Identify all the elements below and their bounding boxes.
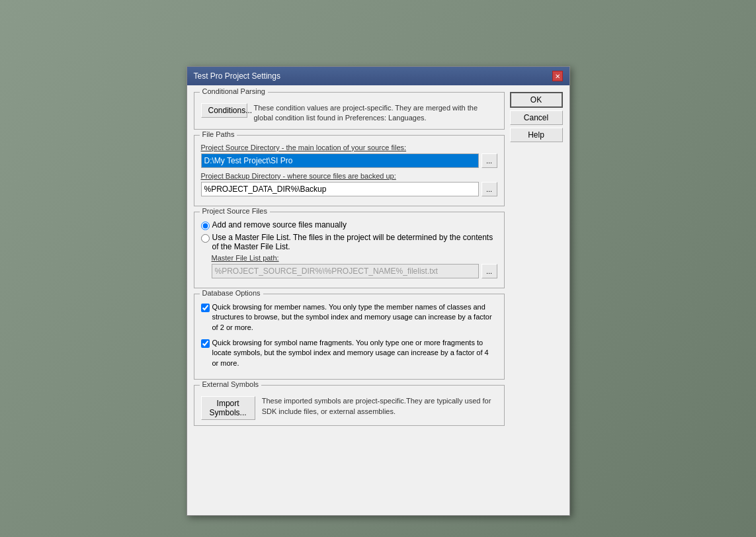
conditional-parsing-section: Conditional Parsing Conditions... These … <box>194 92 505 130</box>
checkbox1-row: Quick browsing for member names. You onl… <box>201 302 497 333</box>
dialog-overlay: Test Pro Project Settings ✕ Conditional … <box>0 0 756 537</box>
radio-masterfile[interactable] <box>201 234 210 243</box>
file-paths-section: File Paths Project Source Directory - th… <box>194 135 505 206</box>
help-button[interactable]: Help <box>510 128 563 142</box>
database-options-label: Database Options <box>200 289 263 297</box>
dialog-main-content: Conditional Parsing Conditions... These … <box>194 92 505 426</box>
master-file-group: Master File List path: ... <box>212 254 497 278</box>
dialog-sidebar: OK Cancel Help <box>510 92 563 426</box>
file-paths-label: File Paths <box>200 130 237 138</box>
backup-dir-label: Project Backup Directory - where source … <box>201 172 497 180</box>
checkbox2-label: Quick browsing for symbol name fragments… <box>212 338 497 368</box>
project-settings-dialog: Test Pro Project Settings ✕ Conditional … <box>187 66 570 516</box>
source-dir-label: Project Source Directory - the main loca… <box>201 144 497 151</box>
external-symbols-info: These imported symbols are project-speci… <box>262 396 497 417</box>
checkbox2-row: Quick browsing for symbol name fragments… <box>201 338 497 368</box>
source-dir-input[interactable] <box>201 153 479 168</box>
master-file-input <box>212 264 479 278</box>
master-file-row: ... <box>212 264 497 278</box>
project-source-files-label: Project Source Files <box>200 207 270 215</box>
cancel-button[interactable]: Cancel <box>510 110 563 125</box>
external-symbols-label: External Symbols <box>200 380 262 388</box>
conditions-button[interactable]: Conditions... <box>201 103 247 118</box>
dialog-title: Test Pro Project Settings <box>194 71 280 81</box>
radio-manual[interactable] <box>201 222 210 230</box>
ok-button[interactable]: OK <box>510 92 563 108</box>
source-dir-browse-button[interactable]: ... <box>482 153 497 168</box>
checkbox1-label: Quick browsing for member names. You onl… <box>212 302 497 333</box>
source-dir-row: ... <box>201 153 497 168</box>
checkbox-quick-browse-symbol[interactable] <box>201 339 210 348</box>
radio-manual-label: Add and remove source files manually <box>212 220 347 229</box>
master-file-label: Master File List path: <box>212 254 497 262</box>
dialog-close-button[interactable]: ✕ <box>552 71 563 81</box>
external-symbols-section: External Symbols Import Symbols... These… <box>194 385 505 426</box>
master-file-browse-button[interactable]: ... <box>482 264 497 278</box>
database-options-section: Database Options Quick browsing for memb… <box>194 294 505 380</box>
conditional-parsing-label: Conditional Parsing <box>200 87 268 95</box>
dialog-titlebar: Test Pro Project Settings ✕ <box>187 67 569 85</box>
checkbox-quick-browse-member[interactable] <box>201 304 210 312</box>
radio-masterfile-row: Use a Master File List. The files in the… <box>201 233 497 251</box>
dialog-body: Conditional Parsing Conditions... These … <box>187 85 569 433</box>
backup-dir-browse-button[interactable]: ... <box>482 182 497 196</box>
radio-masterfile-label: Use a Master File List. The files in the… <box>212 233 497 251</box>
radio-manual-row: Add and remove source files manually <box>201 220 497 230</box>
project-source-files-section: Project Source Files Add and remove sour… <box>194 212 505 288</box>
import-symbols-button[interactable]: Import Symbols... <box>201 396 255 420</box>
conditional-parsing-info: These condition values are project-speci… <box>254 103 497 124</box>
backup-dir-row: ... <box>201 182 497 196</box>
backup-dir-input[interactable] <box>201 182 479 196</box>
